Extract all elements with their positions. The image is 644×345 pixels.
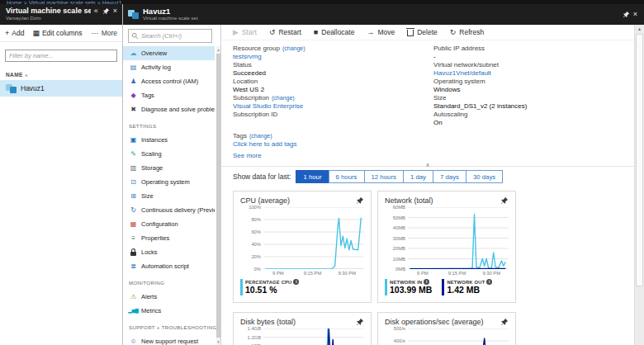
cpu-chart-legend: PERCENTAGE CPUi10.51 %: [240, 279, 364, 299]
plot-area: [408, 328, 509, 345]
pin-blade-icon[interactable]: [623, 11, 630, 18]
close-blade-icon[interactable]: ×: [633, 11, 637, 18]
sidebar-item-automation-script[interactable]: ≣Automation script: [123, 259, 215, 273]
chart-tile-cpu[interactable]: CPU (average) 100%80%60%40%20%0%9 PM9:15…: [233, 191, 372, 303]
vmss-icon: [128, 10, 139, 19]
close-blade-icon[interactable]: ×: [113, 7, 117, 15]
pin-chart-icon[interactable]: [500, 196, 509, 205]
scrollbar-thumb[interactable]: [636, 34, 643, 286]
chart-tile-network[interactable]: Network (total) 60MB50MB40MB30MB20MB10MB…: [377, 191, 516, 303]
sidebar-item-diagnose-and-solve-problems[interactable]: ✖Diagnose and solve problems: [123, 102, 215, 116]
sidebar-item-access-control-iam[interactable]: ♟Access control (IAM): [123, 74, 215, 88]
chart-title: Disk bytes (total): [240, 318, 296, 326]
name-column-header[interactable]: NAME ∧: [0, 64, 122, 80]
pin-chart-icon[interactable]: [500, 318, 509, 326]
lock-glyph: [130, 252, 136, 256]
legend-text: NETWORK INi103.99 MB: [390, 279, 432, 299]
x-axis-tick: 9 PM: [261, 269, 296, 277]
time-range-30-days[interactable]: 30 days: [466, 170, 503, 183]
change-tags-link[interactable]: (change): [249, 133, 272, 139]
public-ip-value: -: [433, 53, 623, 61]
deallocate-button[interactable]: ■Deallocate: [314, 28, 355, 36]
info-icon[interactable]: i: [486, 279, 492, 285]
time-range-12-hours[interactable]: 12 hours: [364, 170, 404, 183]
refresh-button[interactable]: ↻Refresh: [450, 28, 484, 36]
start-button[interactable]: ▶Start: [233, 28, 257, 36]
more-button[interactable]: ···More: [92, 29, 117, 37]
plot-area: [263, 207, 364, 269]
subscription-link[interactable]: Visual Studio Enterprise: [233, 102, 303, 110]
page-scrollbar[interactable]: ▲: [634, 25, 644, 345]
menu-search-input[interactable]: [141, 32, 209, 40]
info-icon[interactable]: i: [293, 279, 299, 285]
instances-icon: ▣: [129, 137, 138, 144]
sidebar-item-properties[interactable]: ≡Properties: [123, 231, 215, 245]
sidebar-item-metrics[interactable]: ▂▅▇Metrics: [123, 304, 215, 318]
sidebar-item-continuous-delivery-preview[interactable]: ↻Continuous delivery (Preview): [123, 203, 215, 217]
sidebar-item-alerts[interactable]: ⚠Alerts: [123, 290, 215, 304]
pin-blade-icon[interactable]: [102, 7, 110, 15]
time-range-1-day[interactable]: 1 day: [403, 170, 433, 183]
list-item-havuz1[interactable]: Havuz1: [0, 80, 122, 97]
sidebar-item-activity-log[interactable]: ▤Activity log: [123, 60, 215, 74]
resource-group-link[interactable]: testsrvmg: [233, 53, 262, 60]
scrollbar-thumb[interactable]: [216, 54, 220, 338]
network-chart: 60MB50MB40MB30MB20MB10MB0MB9 PM9:15 PM9:…: [385, 207, 509, 277]
see-more-link[interactable]: See more: [233, 152, 262, 159]
sidebar-item-size[interactable]: ⊞Size: [123, 189, 215, 203]
info-icon[interactable]: i: [424, 279, 429, 285]
sidebar-item-storage[interactable]: ▥Storage: [123, 161, 215, 175]
location-label: Location: [233, 78, 433, 86]
change-subscription-link[interactable]: (change): [272, 95, 295, 101]
menu-search-box[interactable]: [128, 29, 212, 43]
sidebar-item-configuration[interactable]: ▦Configuration: [123, 217, 215, 231]
move-button[interactable]: →Move: [367, 28, 395, 36]
sidebar-item-scaling[interactable]: ✎Scaling: [123, 147, 215, 161]
time-range-bar: Show data for last: 1 hour6 hours12 hour…: [221, 167, 634, 187]
add-button[interactable]: +Add: [5, 29, 24, 37]
scroll-up-icon[interactable]: ▴: [216, 46, 220, 53]
sort-caret-icon: ∧: [25, 73, 28, 78]
chart-area: 60MB50MB40MB30MB20MB10MB0MB: [385, 207, 509, 269]
collapse-blade-icon[interactable]: «: [94, 7, 98, 15]
legend-color-bar: [385, 279, 387, 295]
time-range-6-hours[interactable]: 6 hours: [329, 170, 365, 183]
add-tags-link[interactable]: Click here to add tags: [233, 140, 296, 148]
configuration-icon: ▦: [129, 221, 138, 228]
sidebar-item-locks[interactable]: Locks: [123, 245, 215, 259]
menu-section-settings: SETTINGS: [123, 123, 215, 133]
chart-tile-disk-ops[interactable]: Disk operations/sec (average) 500/s400/s…: [377, 312, 516, 345]
filter-by-name-input[interactable]: [5, 50, 117, 62]
overview-icon: ☁: [129, 50, 138, 57]
sidebar-item-operating-system[interactable]: ⊡Operating system: [123, 175, 215, 189]
sidebar-item-instances[interactable]: ▣Instances: [123, 133, 215, 147]
vnet-link[interactable]: Havuz1Vnet/default: [433, 69, 491, 77]
collapse-essentials-icon[interactable]: ∧: [425, 162, 429, 168]
sidebar-item-label: Overview: [141, 50, 167, 57]
time-range-7-days[interactable]: 7 days: [433, 170, 466, 183]
page-subtitle: Virtual machine scale set: [143, 16, 618, 21]
sidebar-item-new-support-request[interactable]: ☺New support request: [123, 334, 215, 345]
command-label: Start: [242, 28, 257, 36]
os-label: Operating system: [433, 78, 623, 86]
pin-chart-icon[interactable]: [356, 196, 364, 205]
scroll-down-icon[interactable]: ▾: [216, 338, 220, 345]
plot-area: [263, 328, 364, 345]
time-range-1-hour[interactable]: 1 hour: [296, 170, 329, 183]
delete-button[interactable]: Delete: [407, 28, 438, 36]
change-resource-group-link[interactable]: (change): [282, 45, 305, 51]
chart-tile-disk-bytes[interactable]: Disk bytes (total) 1.4GB1.2GB1GB0.8GB0.6…: [233, 312, 372, 345]
sidebar-item-tags[interactable]: ◆Tags: [123, 88, 215, 102]
menu-scrollbar[interactable]: ▴ ▾: [216, 46, 220, 345]
legend-label: PERCENTAGE CPUi: [245, 279, 299, 285]
y-axis-labels: 100%80%60%40%20%0%: [240, 207, 263, 269]
sidebar-item-overview[interactable]: ☁Overview: [123, 46, 215, 60]
network-chart-legend: NETWORK INi103.99 MBNETWORK OUTi1.42 MB: [385, 279, 509, 299]
pin-chart-icon[interactable]: [356, 318, 364, 326]
scroll-up-icon[interactable]: ▲: [635, 25, 644, 33]
restart-button[interactable]: ↺Restart: [269, 28, 301, 36]
legend-label: NETWORK OUTi: [447, 279, 492, 285]
y-axis-labels: 60MB50MB40MB30MB20MB10MB0MB: [385, 207, 408, 269]
edit-columns-button[interactable]: ▦Edit columns: [32, 29, 82, 37]
operating-system-icon: ⊡: [129, 179, 138, 186]
